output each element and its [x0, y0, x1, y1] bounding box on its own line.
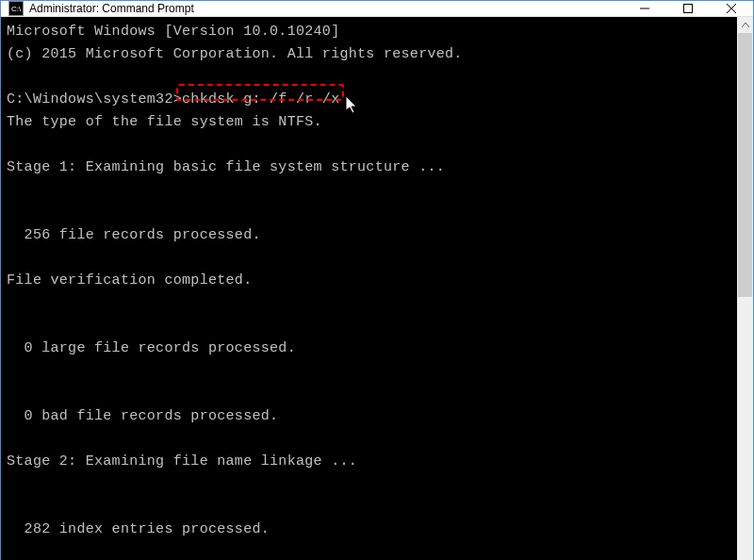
svg-rect-1	[684, 5, 693, 13]
command-prompt-window: C:\ Administrator: Command Prompt Micros…	[0, 0, 754, 560]
close-button[interactable]	[710, 1, 753, 16]
terminal-area: Microsoft Windows [Version 10.0.10240] (…	[1, 17, 753, 560]
maximize-button[interactable]	[666, 1, 710, 16]
close-icon	[727, 4, 736, 13]
maximize-icon	[683, 4, 693, 13]
minimize-icon	[640, 4, 649, 13]
scroll-thumb[interactable]	[738, 33, 752, 297]
vertical-scrollbar[interactable]	[737, 17, 753, 560]
app-icon: C:\	[8, 1, 24, 16]
scroll-up-button[interactable]	[737, 17, 753, 33]
window-controls	[623, 1, 753, 16]
terminal-output[interactable]: Microsoft Windows [Version 10.0.10240] (…	[1, 17, 737, 560]
window-title: Administrator: Command Prompt	[29, 2, 623, 15]
chevron-up-icon	[742, 23, 749, 27]
titlebar[interactable]: C:\ Administrator: Command Prompt	[1, 1, 753, 17]
minimize-button[interactable]	[623, 1, 666, 16]
